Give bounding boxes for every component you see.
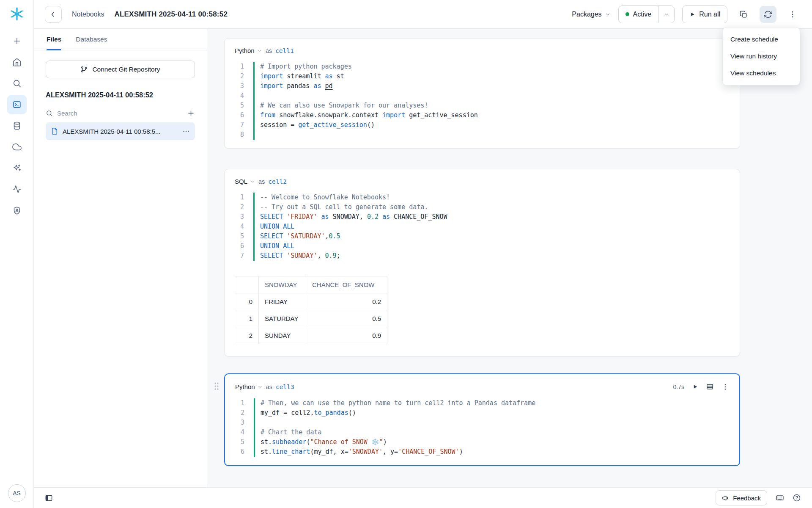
code-line[interactable]: 7session = get_active_session() [235, 120, 730, 130]
cell-name[interactable]: cell1 [275, 47, 294, 54]
line-number: 4 [235, 428, 254, 437]
code-line[interactable]: 3import pandas as pd [235, 81, 730, 91]
code-editor[interactable]: 1-- Welcome to Snowflake Notebooks!2-- T… [225, 191, 740, 269]
code-line[interactable]: 2my_df = cell2.to_pandas() [235, 408, 729, 418]
menu-item-view-run-history[interactable]: View run history [723, 48, 800, 65]
breadcrumb-notebooks[interactable]: Notebooks [72, 11, 104, 18]
sidebar-item-home[interactable] [7, 52, 27, 72]
code-line[interactable]: 2-- Try out a SQL cell to generate some … [235, 202, 730, 212]
snowflake-logo[interactable] [10, 7, 24, 21]
code-line[interactable]: 1# Import python packages [235, 62, 730, 72]
code-line[interactable]: 2import streamlit as st [235, 72, 730, 81]
keyboard-icon [776, 494, 784, 502]
duplicate-button[interactable] [735, 6, 752, 23]
display-options-button[interactable] [706, 383, 714, 391]
code-line[interactable]: 6UNION ALL [235, 241, 730, 251]
run-cell-button[interactable] [692, 384, 698, 390]
code-line[interactable]: 4# Chart the data [235, 428, 729, 437]
line-number: 1 [235, 193, 253, 202]
packages-label: Packages [572, 11, 601, 18]
code-line[interactable]: 1# Then, we can use the python name to t… [235, 398, 729, 408]
cell-name[interactable]: cell3 [276, 384, 294, 390]
code-editor[interactable]: 1# Then, we can use the python name to t… [225, 397, 739, 465]
status-button[interactable]: Active [619, 6, 658, 23]
as-label: as [266, 47, 272, 54]
cell-language-dropdown[interactable]: Python [235, 47, 262, 54]
panel-collapse-icon [45, 494, 53, 502]
chevron-down-icon [258, 384, 263, 389]
search-icon [12, 79, 22, 88]
panel-tabs: Files Databases [34, 29, 207, 50]
code-line[interactable]: 3 [235, 418, 729, 428]
sidebar-item-ai[interactable] [7, 158, 27, 178]
run-all-button[interactable]: Run all [682, 6, 727, 23]
back-button[interactable] [45, 6, 62, 23]
packages-dropdown-button[interactable]: Packages [572, 11, 610, 18]
keyboard-shortcuts-button[interactable] [776, 494, 784, 502]
sidebar-item-activity[interactable] [7, 179, 27, 199]
add-file-button[interactable] [187, 109, 195, 117]
feedback-button[interactable]: Feedback [716, 490, 767, 505]
notebook-cell-1[interactable]: Python as cell1 1# Import python package… [224, 38, 740, 149]
create-button[interactable] [7, 31, 27, 51]
sidebar-item-search[interactable] [7, 74, 27, 93]
drag-handle[interactable] [214, 382, 219, 390]
chevron-down-icon [257, 48, 262, 53]
cell-menu-button[interactable] [721, 383, 729, 391]
menu-item-create-schedule[interactable]: Create schedule [723, 31, 800, 48]
code-line[interactable]: 4UNION ALL [235, 222, 730, 232]
code-line[interactable]: 1-- Welcome to Snowflake Notebooks! [235, 193, 730, 202]
connect-git-button[interactable]: Connect Git Repository [46, 61, 195, 78]
code-line[interactable]: 5# We can also use Snowpark for our anal… [235, 101, 730, 110]
connect-git-label: Connect Git Repository [92, 66, 160, 73]
sidebar-item-data-cloud[interactable] [7, 137, 27, 157]
code-line[interactable]: 5st.subheader("Chance of SNOW ❄️") [235, 437, 729, 447]
schedule-button[interactable] [760, 6, 776, 23]
status-dropdown-button[interactable] [658, 6, 674, 23]
code-line[interactable]: 6st.line_chart(my_df, x='SNOWDAY', y='CH… [235, 447, 729, 457]
chevron-down-icon [250, 179, 255, 184]
sidebar-item-notebooks[interactable] [7, 95, 27, 114]
line-number: 4 [235, 222, 253, 232]
kebab-vertical-icon [788, 10, 797, 19]
code-line[interactable]: 6from snowflake.snowpark.context import … [235, 110, 730, 120]
collapse-sidebar-button[interactable] [45, 494, 53, 502]
app-rail: AS [0, 0, 34, 508]
sidebar-item-admin[interactable] [7, 201, 27, 220]
search-icon [46, 110, 53, 117]
code-line[interactable]: 8 [235, 130, 730, 140]
cell-language-dropdown[interactable]: Python [235, 383, 263, 390]
menu-item-view-schedules[interactable]: View schedules [723, 65, 800, 82]
cloud-icon [12, 142, 22, 152]
table-row: 1SATURDAY0.5 [235, 310, 387, 327]
help-button[interactable] [793, 494, 801, 502]
code-line[interactable]: 7SELECT 'SUNDAY', 0.9; [235, 251, 730, 261]
file-list-item-selected[interactable]: ALEXSMITH 2025-04-11 00:58:5... [46, 122, 195, 140]
kebab-vertical-icon [721, 383, 729, 391]
page-title: ALEXSMITH 2025-04-11 00:58:52 [115, 10, 228, 19]
notebook-cell-2[interactable]: SQL as cell2 1-- Welcome to Snowflake No… [224, 169, 740, 356]
notebooks-icon [12, 100, 22, 109]
rows-icon [706, 383, 714, 391]
as-label: as [258, 178, 265, 185]
cell-name[interactable]: cell2 [268, 178, 287, 185]
code-editor[interactable]: 1# Import python packages2import streaml… [225, 60, 740, 148]
sidebar-item-databases[interactable] [7, 116, 27, 135]
notebook-cell-3[interactable]: Python as cell3 0.7s 1# Then, we can use… [224, 373, 740, 466]
file-search-input[interactable] [57, 110, 183, 117]
user-avatar[interactable]: AS [8, 484, 26, 502]
code-line[interactable]: 5SELECT 'SATURDAY',0.5 [235, 232, 730, 241]
tab-databases[interactable]: Databases [76, 29, 107, 50]
top-bar: Notebooks ALEXSMITH 2025-04-11 00:58:52 … [34, 0, 812, 29]
code-line[interactable]: 4 [235, 91, 730, 101]
more-menu-button[interactable] [784, 6, 801, 23]
code-line[interactable]: 3SELECT 'FRIDAY' as SNOWDAY, 0.2 as CHAN… [235, 212, 730, 222]
file-more-button[interactable] [182, 127, 190, 135]
cell-language-dropdown[interactable]: SQL [235, 178, 255, 185]
tab-files[interactable]: Files [47, 29, 61, 50]
table-cell: 0.2 [306, 293, 387, 310]
activity-icon [12, 185, 22, 194]
cell-runtime: 0.7s [673, 384, 684, 390]
cell-language-label: SQL [235, 178, 247, 185]
status-split-button: Active [618, 6, 675, 23]
